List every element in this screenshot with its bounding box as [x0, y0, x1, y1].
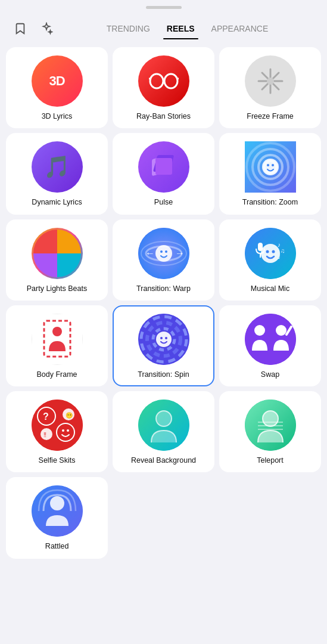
phone-container: TRENDING REELS APPEARANCE 3D 3D Lyrics — [0, 6, 327, 644]
effect-selfie-skits[interactable]: ? 😶 ‼ — [6, 391, 108, 472]
effect-label: Teleport — [257, 456, 283, 465]
svg-point-0 — [150, 74, 163, 88]
effect-label: Transition: Warp — [136, 284, 191, 293]
sparkle-icon[interactable] — [36, 18, 57, 39]
svg-point-17 — [262, 159, 279, 175]
transition-zoom-icon — [245, 141, 296, 193]
effect-label: Pulse — [154, 197, 173, 207]
svg-line-4 — [177, 78, 179, 79]
effect-freeze-frame[interactable]: Freeze Frame — [219, 47, 321, 128]
svg-text:←: ← — [145, 248, 155, 258]
3d-lyrics-icon: 3D — [32, 55, 83, 107]
drag-indicator — [146, 6, 182, 9]
effect-label: Body Frame — [36, 370, 77, 379]
svg-text:😶: 😶 — [66, 411, 73, 419]
grid-row-1: 3D 3D Lyrics — [6, 47, 321, 472]
effect-swap[interactable]: Swap — [219, 305, 321, 386]
bookmark-icon[interactable] — [10, 18, 31, 39]
svg-point-19 — [272, 164, 274, 166]
freeze-icon — [245, 55, 296, 107]
nav-bar: TRENDING REELS APPEARANCE — [0, 14, 327, 44]
pulse-icon — [138, 141, 189, 193]
transition-spin-icon — [138, 314, 189, 365]
effect-party-lights-beats[interactable]: Party Lights Beats — [6, 219, 108, 301]
svg-point-25 — [155, 245, 172, 262]
svg-point-68 — [50, 496, 64, 510]
svg-point-50 — [32, 400, 83, 451]
svg-text:♫: ♫ — [281, 247, 285, 254]
tab-appearance[interactable]: APPEARANCE — [203, 19, 277, 38]
svg-point-61 — [156, 411, 172, 426]
effect-label: Ray-Ban Stories — [136, 112, 191, 121]
dynamic-lyrics-icon: 🎵 — [32, 141, 83, 193]
svg-point-47 — [254, 325, 265, 336]
effect-label: Dynamic Lyrics — [32, 197, 82, 207]
effect-3d-lyrics[interactable]: 3D 3D Lyrics — [6, 47, 108, 128]
svg-point-54 — [62, 429, 64, 432]
tab-reels[interactable]: REELS — [158, 19, 203, 38]
effect-reveal-background[interactable]: Reveal Background — [113, 391, 214, 472]
grid-last-row: Rattled — [6, 477, 321, 558]
effect-label: Transition: Spin — [138, 370, 189, 379]
svg-point-38 — [52, 327, 62, 336]
rayban-icon — [138, 55, 189, 107]
effect-transition-spin[interactable]: Transition: Spin — [113, 305, 214, 386]
effect-transition-zoom[interactable]: Transition: Zoom — [219, 133, 321, 214]
effect-label: Party Lights Beats — [27, 284, 87, 293]
svg-point-27 — [165, 250, 167, 253]
effect-transition-warp[interactable]: ← → Transition: Warp — [113, 219, 214, 301]
rattled-icon — [32, 485, 83, 537]
effect-rattled[interactable]: Rattled — [6, 477, 108, 558]
nav-tabs: TRENDING REELS APPEARANCE — [57, 19, 317, 38]
body-frame-icon — [32, 314, 83, 365]
svg-rect-32 — [258, 243, 263, 251]
svg-text:?: ? — [43, 411, 49, 422]
tab-trending[interactable]: TRENDING — [98, 19, 158, 38]
svg-point-43 — [156, 332, 172, 347]
effect-pulse[interactable]: Pulse — [113, 133, 214, 214]
effects-grid: 3D 3D Lyrics — [0, 44, 327, 565]
party-lights-icon — [32, 228, 83, 279]
effect-label: Rattled — [45, 541, 69, 551]
svg-point-18 — [267, 164, 269, 166]
svg-point-55 — [67, 429, 69, 432]
svg-point-26 — [160, 250, 163, 253]
effect-label: Musical Mic — [251, 284, 289, 293]
svg-point-46 — [245, 314, 296, 365]
selfie-skits-icon: ? 😶 ‼ — [32, 400, 83, 451]
svg-point-1 — [164, 74, 177, 88]
musical-mic-icon: ♪ ♫ ♩ — [245, 228, 296, 279]
svg-point-45 — [165, 337, 167, 339]
svg-point-48 — [276, 325, 286, 336]
svg-text:♩: ♩ — [278, 253, 281, 260]
reveal-background-icon — [138, 400, 189, 451]
svg-point-31 — [272, 250, 275, 253]
effect-label: 3D Lyrics — [42, 112, 73, 121]
svg-text:‼: ‼ — [43, 432, 46, 438]
effect-teleport[interactable]: Teleport — [219, 391, 321, 472]
svg-point-53 — [57, 423, 74, 441]
svg-point-9 — [267, 78, 274, 85]
svg-rect-12 — [155, 158, 172, 175]
effect-label: Reveal Background — [131, 456, 196, 465]
transition-warp-icon: ← → — [138, 228, 189, 279]
svg-point-58 — [41, 428, 52, 440]
effect-musical-mic[interactable]: ♪ ♫ ♩ Musical Mic — [219, 219, 321, 301]
swap-icon — [245, 314, 296, 365]
teleport-icon — [245, 400, 296, 451]
svg-text:→: → — [175, 248, 185, 258]
svg-point-44 — [160, 337, 163, 339]
effect-label: Transition: Zoom — [242, 197, 298, 207]
svg-point-63 — [263, 411, 278, 426]
effect-label: Selfie Skits — [39, 456, 76, 465]
effect-dynamic-lyrics[interactable]: 🎵 Dynamic Lyrics — [6, 133, 108, 214]
effect-label: Freeze Frame — [247, 112, 294, 121]
svg-point-30 — [266, 250, 269, 253]
effect-label: Swap — [261, 370, 279, 379]
effect-body-frame[interactable]: Body Frame — [6, 305, 108, 386]
effect-rayban-stories[interactable]: Ray-Ban Stories — [113, 47, 214, 128]
svg-line-3 — [149, 78, 150, 79]
